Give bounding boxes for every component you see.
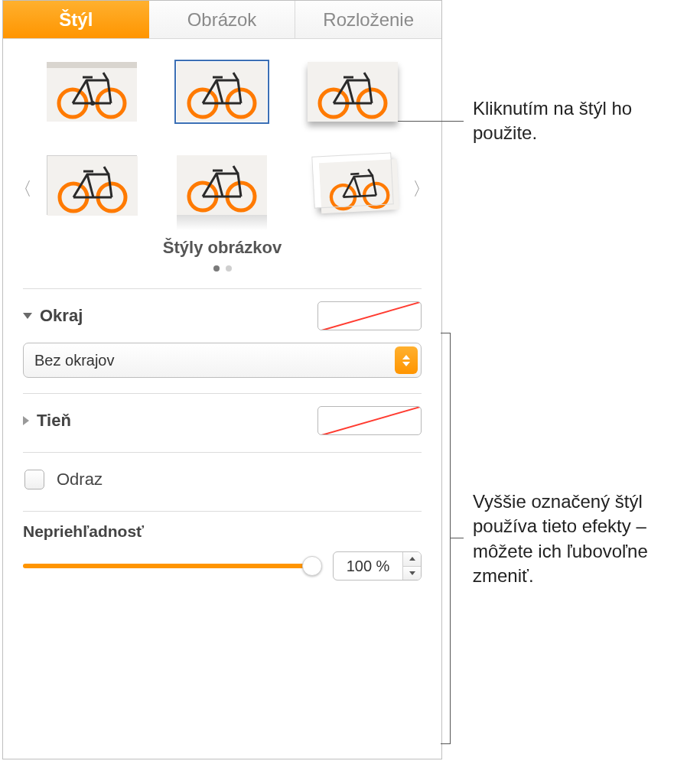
tab-layout[interactable]: Rozloženie (295, 1, 441, 38)
tab-style[interactable]: Štýl (3, 1, 149, 38)
chevron-left-icon: 〈 (14, 178, 32, 199)
reflection-section: Odraz (23, 452, 422, 511)
opacity-value-box: 100 % (333, 551, 422, 581)
gallery-pager (41, 265, 403, 272)
style-thumbnail-3[interactable] (308, 62, 398, 122)
opacity-stepper (402, 552, 421, 580)
svg-line-25 (350, 174, 359, 174)
border-type-value: Bez okrajov (34, 352, 115, 369)
opacity-label: Nepriehľadnosť (23, 522, 422, 541)
pager-dot-1[interactable] (213, 265, 220, 272)
opacity-stepper-down[interactable] (403, 567, 421, 581)
style-thumbnail-1[interactable] (47, 62, 137, 122)
style-sections: Okraj Bez okrajov (3, 288, 441, 599)
gallery-title: Štýly obrázkov (41, 238, 403, 258)
border-preview-swatch[interactable] (317, 301, 422, 330)
shadow-disclosure-icon[interactable] (23, 416, 29, 425)
opacity-section: Nepriehľadnosť 100 % (23, 511, 422, 599)
style-gallery: 〈 〉 (3, 39, 441, 288)
border-disclosure-icon[interactable] (23, 313, 32, 319)
tab-style-label: Štýl (59, 9, 93, 31)
inspector-tabs: Štýl Obrázok Rozloženie (3, 1, 441, 39)
style-thumbnail-4[interactable] (47, 155, 137, 215)
tab-image[interactable]: Obrázok (149, 1, 296, 38)
shadow-preview-swatch[interactable] (317, 406, 422, 435)
pager-dot-2[interactable] (226, 265, 232, 272)
style-thumbnail-6[interactable] (312, 153, 392, 207)
callout-apply-style: Kliknutím na štýl ho použite. (473, 96, 687, 146)
style-thumbnails-grid (41, 62, 403, 215)
select-stepper-icon (395, 346, 418, 374)
border-label: Okraj (40, 306, 83, 326)
chevron-up-icon (409, 557, 415, 561)
tab-layout-label: Rozloženie (323, 9, 414, 31)
svg-point-5 (90, 101, 95, 106)
opacity-value-text[interactable]: 100 % (334, 552, 402, 580)
reflection-checkbox[interactable] (24, 470, 44, 489)
chevron-down-icon (409, 571, 415, 575)
opacity-stepper-up[interactable] (403, 552, 421, 567)
gallery-next-button[interactable]: 〉 (412, 177, 431, 201)
format-inspector-panel: Štýl Obrázok Rozloženie 〈 〉 (2, 0, 442, 759)
callout-bracket (450, 333, 451, 744)
chevron-right-icon: 〉 (412, 178, 431, 199)
gallery-prev-button[interactable]: 〈 (14, 177, 32, 201)
reflection-label: Odraz (57, 470, 103, 489)
callout-leader-line (398, 121, 464, 122)
svg-rect-22 (319, 159, 399, 213)
border-section: Okraj Bez okrajov (23, 288, 422, 393)
style-thumbnail-5[interactable] (177, 155, 267, 215)
tab-image-label: Obrázok (187, 9, 257, 31)
opacity-slider-track (23, 564, 321, 568)
shadow-label: Tieň (37, 411, 71, 431)
callout-bracket-mid (450, 538, 464, 538)
style-thumbnail-2[interactable] (177, 62, 267, 122)
svg-rect-1 (47, 62, 137, 68)
callout-effects: Vyššie označený štýl používa tieto efekt… (473, 489, 695, 589)
shadow-section: Tieň (23, 393, 422, 452)
border-type-select[interactable]: Bez okrajov (23, 343, 422, 378)
opacity-slider[interactable] (23, 556, 321, 576)
opacity-slider-knob[interactable] (302, 556, 322, 576)
